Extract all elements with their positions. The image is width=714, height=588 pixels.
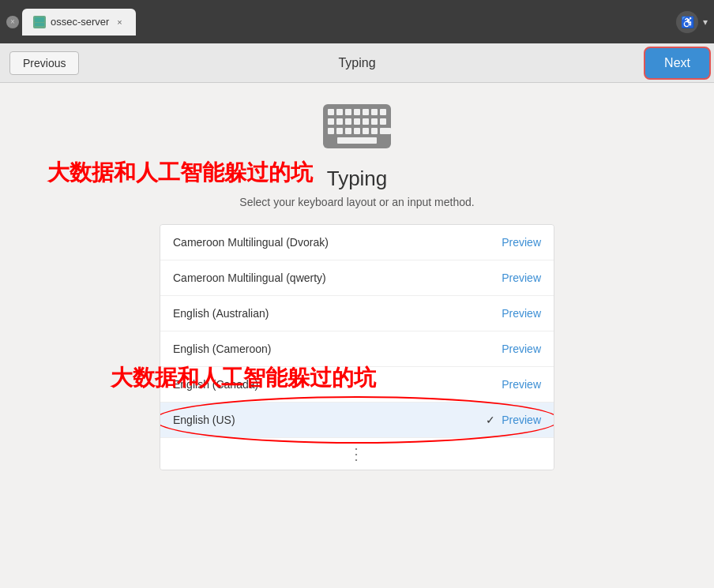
svg-rect-8 xyxy=(371,109,378,115)
more-indicator: ⋮ xyxy=(160,438,554,470)
preview-link[interactable]: Preview xyxy=(502,236,541,249)
svg-rect-14 xyxy=(363,118,369,125)
svg-rect-13 xyxy=(354,118,360,125)
preview-link[interactable]: Preview xyxy=(502,414,541,426)
layout-item[interactable]: Cameroon Multilingual (qwerty)Preview xyxy=(160,260,554,296)
svg-rect-0 xyxy=(35,17,44,22)
previous-button[interactable]: Previous xyxy=(9,51,79,75)
page-title: Typing xyxy=(327,167,388,191)
svg-rect-23 xyxy=(380,128,391,134)
svg-rect-16 xyxy=(380,118,386,125)
accessibility-button[interactable]: ♿ xyxy=(676,11,698,33)
accessibility-icon: ♿ xyxy=(681,16,694,28)
layout-name: English (US) xyxy=(173,414,486,426)
tab-bar: × ossec-server × xyxy=(6,9,671,36)
preview-link[interactable]: Preview xyxy=(502,307,541,320)
tab-favicon xyxy=(33,16,46,28)
tab-close-btn[interactable]: × xyxy=(114,17,125,28)
svg-rect-15 xyxy=(371,118,378,125)
toolbar: Previous Typing Next xyxy=(0,43,714,83)
dropdown-arrow-icon[interactable]: ▾ xyxy=(703,17,708,28)
svg-rect-5 xyxy=(345,109,351,115)
check-icon: ✓ xyxy=(486,414,495,426)
svg-rect-10 xyxy=(328,118,334,125)
svg-rect-4 xyxy=(336,109,343,115)
preview-link[interactable]: Preview xyxy=(502,343,541,355)
tab-label: ossec-server xyxy=(51,16,109,28)
svg-rect-24 xyxy=(337,137,377,144)
layout-name: Cameroon Multilingual (Dvorak) xyxy=(173,236,502,249)
svg-rect-12 xyxy=(345,118,351,125)
svg-rect-21 xyxy=(363,128,369,134)
toolbar-title: Typing xyxy=(338,56,375,70)
layout-item[interactable]: English (Canada)Preview xyxy=(160,367,554,403)
browser-close-btn[interactable]: × xyxy=(6,16,19,28)
svg-rect-18 xyxy=(336,128,343,134)
svg-rect-22 xyxy=(371,128,378,134)
layout-name: English (Cameroon) xyxy=(173,343,502,355)
svg-rect-17 xyxy=(328,128,334,134)
layout-item[interactable]: English (US)✓Preview xyxy=(160,403,554,438)
svg-rect-6 xyxy=(354,109,360,115)
next-button[interactable]: Next xyxy=(644,47,711,80)
layout-list: Cameroon Multilingual (Dvorak)PreviewCam… xyxy=(160,224,554,470)
layout-item[interactable]: Cameroon Multilingual (Dvorak)Preview xyxy=(160,225,554,260)
layout-name: English (Canada) xyxy=(173,378,502,391)
svg-rect-19 xyxy=(345,128,351,134)
layout-name: English (Australian) xyxy=(173,307,502,320)
browser-tab[interactable]: ossec-server × xyxy=(22,9,136,36)
svg-rect-1 xyxy=(35,23,44,26)
page-subtitle: Select your keyboard layout or an input … xyxy=(239,196,474,208)
keyboard-icon xyxy=(321,99,393,154)
svg-rect-3 xyxy=(328,109,334,115)
svg-rect-7 xyxy=(363,109,369,115)
preview-link[interactable]: Preview xyxy=(502,272,541,284)
preview-link[interactable]: Preview xyxy=(502,378,541,391)
layout-name: Cameroon Multilingual (qwerty) xyxy=(173,272,502,284)
browser-actions: ♿ ▾ xyxy=(676,11,708,33)
layout-item[interactable]: English (Australian)Preview xyxy=(160,296,554,331)
svg-rect-20 xyxy=(354,128,360,134)
layout-item[interactable]: English (Cameroon)Preview xyxy=(160,331,554,367)
close-icon: × xyxy=(10,17,15,26)
main-content: Typing Select your keyboard layout or an… xyxy=(0,83,714,588)
svg-rect-11 xyxy=(336,118,343,125)
browser-chrome: × ossec-server × ♿ ▾ xyxy=(0,0,714,43)
svg-rect-9 xyxy=(380,109,386,115)
